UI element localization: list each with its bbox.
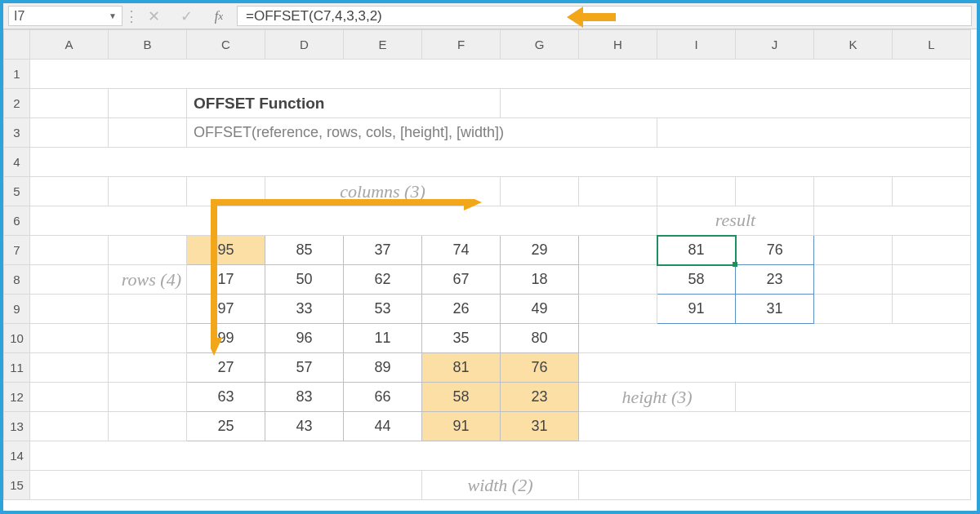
row-header[interactable]: 1 bbox=[4, 60, 30, 89]
formula-text: =OFFSET(C7,4,3,3,2) bbox=[246, 8, 382, 24]
col-header[interactable]: H bbox=[579, 30, 657, 60]
cell[interactable]: 76 bbox=[501, 353, 579, 383]
row: 10 99 96 11 35 80 bbox=[4, 324, 971, 353]
cell[interactable]: 27 bbox=[187, 353, 265, 383]
row: 8 rows (4) 17 50 62 67 18 58 23 bbox=[4, 265, 971, 295]
cell[interactable]: 26 bbox=[422, 295, 501, 324]
sheet-table[interactable]: A B C D E F G H I J K L 1 2 bbox=[3, 29, 971, 500]
col-header[interactable]: B bbox=[109, 30, 187, 60]
row-header[interactable]: 8 bbox=[4, 265, 30, 295]
name-box[interactable]: I7 ▼ bbox=[8, 6, 122, 26]
col-header[interactable]: A bbox=[30, 30, 109, 60]
width-label: width (2) bbox=[422, 471, 579, 500]
cell[interactable]: 29 bbox=[501, 236, 579, 265]
col-header[interactable]: I bbox=[657, 30, 736, 60]
column-header-row: A B C D E F G H I J K L bbox=[4, 30, 971, 60]
row-header[interactable]: 15 bbox=[4, 471, 30, 500]
col-header[interactable]: G bbox=[501, 30, 579, 60]
cell[interactable]: 23 bbox=[736, 265, 814, 295]
app-frame: I7 ▼ ⋮ ✕ ✓ fx =OFFSET(C7,4,3,3,2) A B C … bbox=[0, 0, 980, 514]
row: 9 97 33 53 26 49 91 31 bbox=[4, 295, 971, 324]
row-header[interactable]: 3 bbox=[4, 118, 30, 148]
row-header[interactable]: 10 bbox=[4, 324, 30, 353]
row-header[interactable]: 4 bbox=[4, 148, 30, 177]
cell[interactable]: 76 bbox=[736, 236, 814, 265]
col-header[interactable]: E bbox=[344, 30, 422, 60]
cell[interactable]: 25 bbox=[187, 412, 265, 441]
row: 7 95 85 37 74 29 81 76 bbox=[4, 236, 971, 265]
cell[interactable]: 80 bbox=[501, 324, 579, 353]
row: 5 columns (3) bbox=[4, 177, 971, 206]
rows-label: rows (4) bbox=[109, 265, 187, 295]
cell[interactable]: 17 bbox=[187, 265, 265, 295]
active-cell[interactable]: 81 bbox=[657, 236, 736, 265]
cell[interactable]: 74 bbox=[422, 236, 501, 265]
syntax-text: OFFSET(reference, rows, cols, [height], … bbox=[187, 118, 657, 148]
row: 13 25 43 44 91 31 bbox=[4, 412, 971, 441]
cell[interactable]: 43 bbox=[265, 412, 344, 441]
row-header[interactable]: 5 bbox=[4, 177, 30, 206]
col-header[interactable]: L bbox=[893, 30, 971, 60]
cancel-icon[interactable]: ✕ bbox=[137, 3, 170, 29]
cell[interactable]: 91 bbox=[422, 412, 501, 441]
row-header[interactable]: 6 bbox=[4, 206, 30, 236]
col-header[interactable]: C bbox=[187, 30, 265, 60]
spreadsheet-grid[interactable]: A B C D E F G H I J K L 1 2 bbox=[3, 29, 977, 511]
row-header[interactable]: 14 bbox=[4, 441, 30, 471]
row-header[interactable]: 7 bbox=[4, 236, 30, 265]
cell[interactable]: 91 bbox=[657, 295, 736, 324]
cell[interactable]: 58 bbox=[422, 383, 501, 412]
cell[interactable]: 50 bbox=[265, 265, 344, 295]
row: 14 bbox=[4, 441, 971, 471]
cell[interactable]: 11 bbox=[344, 324, 422, 353]
cell[interactable]: 31 bbox=[501, 412, 579, 441]
row-header[interactable]: 11 bbox=[4, 353, 30, 383]
cell[interactable]: 23 bbox=[501, 383, 579, 412]
cell[interactable]: 81 bbox=[422, 353, 501, 383]
cell[interactable]: 18 bbox=[501, 265, 579, 295]
row-header[interactable]: 13 bbox=[4, 412, 30, 441]
cell[interactable]: 96 bbox=[265, 324, 344, 353]
separator-icon: ⋮ bbox=[126, 3, 137, 29]
enter-icon[interactable]: ✓ bbox=[170, 3, 203, 29]
fx-icon[interactable]: fx bbox=[203, 3, 235, 29]
col-header[interactable]: K bbox=[814, 30, 893, 60]
cell[interactable]: 33 bbox=[265, 295, 344, 324]
name-box-value: I7 bbox=[14, 9, 24, 24]
cell[interactable]: 62 bbox=[344, 265, 422, 295]
columns-label: columns (3) bbox=[265, 177, 501, 206]
col-header[interactable]: D bbox=[265, 30, 344, 60]
cell[interactable]: 85 bbox=[265, 236, 344, 265]
cell[interactable]: 53 bbox=[344, 295, 422, 324]
cell[interactable]: 31 bbox=[736, 295, 814, 324]
cell[interactable]: 49 bbox=[501, 295, 579, 324]
row-header[interactable]: 9 bbox=[4, 295, 30, 324]
cell[interactable]: 95 bbox=[187, 236, 265, 265]
cell[interactable]: 57 bbox=[265, 353, 344, 383]
cell[interactable]: 58 bbox=[657, 265, 736, 295]
col-header[interactable]: J bbox=[736, 30, 814, 60]
result-label: result bbox=[657, 206, 814, 236]
select-all-corner[interactable] bbox=[4, 30, 30, 60]
cell[interactable]: 99 bbox=[187, 324, 265, 353]
title-text: OFFSET Function bbox=[187, 89, 501, 118]
cell[interactable]: 44 bbox=[344, 412, 422, 441]
cell[interactable]: 66 bbox=[344, 383, 422, 412]
row: 4 bbox=[4, 148, 971, 177]
cell[interactable]: 97 bbox=[187, 295, 265, 324]
col-header[interactable]: F bbox=[422, 30, 501, 60]
row: 1 bbox=[4, 60, 971, 89]
cell[interactable]: 67 bbox=[422, 265, 501, 295]
cell[interactable]: 37 bbox=[344, 236, 422, 265]
row-header[interactable]: 12 bbox=[4, 383, 30, 412]
row-header[interactable]: 2 bbox=[4, 89, 30, 118]
row: 3 OFFSET(reference, rows, cols, [height]… bbox=[4, 118, 971, 148]
cell[interactable]: 63 bbox=[187, 383, 265, 412]
cell[interactable]: 35 bbox=[422, 324, 501, 353]
chevron-down-icon[interactable]: ▼ bbox=[109, 11, 117, 20]
cell[interactable]: 83 bbox=[265, 383, 344, 412]
row: 15 width (2) bbox=[4, 471, 971, 500]
fill-handle-icon[interactable] bbox=[733, 262, 737, 267]
row: 11 27 57 89 81 76 bbox=[4, 353, 971, 383]
cell[interactable]: 89 bbox=[344, 353, 422, 383]
